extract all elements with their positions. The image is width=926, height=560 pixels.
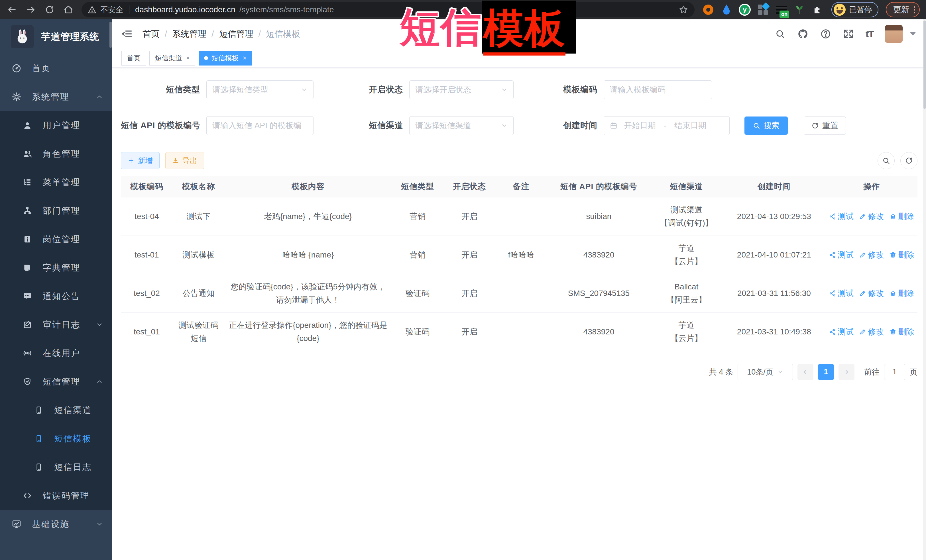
fullscreen-icon[interactable] <box>843 28 854 39</box>
profile-chip[interactable]: 已暂停 <box>831 2 878 17</box>
page-size-select[interactable]: 10条/页 <box>738 364 793 380</box>
dashboard-icon <box>11 63 22 74</box>
search-button[interactable]: 搜索 <box>744 116 788 135</box>
sidebar-item-menus[interactable]: 菜单管理 <box>0 168 112 196</box>
users-icon <box>22 149 32 159</box>
help-icon[interactable] <box>820 28 831 39</box>
tab-home[interactable]: 首页 <box>121 51 146 65</box>
sidebar-item-infrastructure[interactable]: 基础设施 <box>0 510 112 538</box>
sms-type-select[interactable]: 请选择短信类型 <box>206 80 313 99</box>
sidebar-item-home[interactable]: 首页 <box>0 54 112 83</box>
browser-menu-icon[interactable] <box>914 6 915 14</box>
create-time-range-picker[interactable]: 开始日期 - 结束日期 <box>604 116 729 135</box>
sidebar-item-sms-log[interactable]: 短信日志 <box>0 453 112 482</box>
col-template-content: 模板内容 <box>224 176 392 197</box>
page-unit: 页 <box>910 367 917 377</box>
badge-icon <box>22 234 32 245</box>
forward-icon[interactable] <box>25 4 36 15</box>
pagination-total: 共 4 条 <box>709 367 733 377</box>
reset-button[interactable]: 重置 <box>804 116 846 135</box>
table-row: test_01 测试验证码短信 正在进行登录操作{operation}，您的验证… <box>121 312 917 351</box>
status-select[interactable]: 请选择开启状态 <box>409 80 514 99</box>
browser-toolbar: 不安全 dashboard.yudao.iocoder.cn/system/sm… <box>0 0 926 20</box>
sidebar-collapse-icon[interactable] <box>121 28 133 40</box>
goto-page-input[interactable]: 1 <box>884 364 905 380</box>
test-link[interactable]: 测试 <box>829 325 853 338</box>
app-logo[interactable]: 芋道管理系统 <box>0 20 112 54</box>
sidebar-item-sms-channel[interactable]: 短信渠道 <box>0 396 112 424</box>
edit-link[interactable]: 修改 <box>859 287 884 300</box>
add-button[interactable]: 新增 <box>121 152 160 169</box>
channel-select[interactable]: 请选择短信渠道 <box>409 116 514 135</box>
home-icon[interactable] <box>63 4 74 15</box>
tab-sms-template[interactable]: 短信模板 × <box>199 51 252 65</box>
extension-grid-icon[interactable] <box>757 3 769 16</box>
back-icon[interactable] <box>6 4 18 15</box>
update-button[interactable]: 更新 <box>886 2 920 17</box>
extension-y-icon[interactable]: y <box>738 3 751 16</box>
sidebar-item-users[interactable]: 用户管理 <box>0 111 112 140</box>
breadcrumb-sms[interactable]: 短信管理 <box>219 28 253 40</box>
chevron-up-icon <box>96 93 103 101</box>
sidebar-item-system[interactable]: 系统管理 <box>0 83 112 111</box>
page-scrollbar[interactable] <box>923 20 926 560</box>
extension-plant-icon[interactable] <box>793 3 806 16</box>
close-icon[interactable]: × <box>243 54 247 62</box>
next-page-button[interactable] <box>838 364 855 380</box>
test-link[interactable]: 测试 <box>829 287 853 300</box>
current-page[interactable]: 1 <box>818 364 834 380</box>
test-link[interactable]: 测试 <box>829 210 853 223</box>
edit-link[interactable]: 修改 <box>859 210 884 223</box>
test-link[interactable]: 测试 <box>829 248 853 261</box>
extension-puzzle-icon[interactable] <box>811 3 824 16</box>
avatar-caret-icon[interactable] <box>910 32 916 36</box>
bookmark-star-icon[interactable] <box>679 5 688 15</box>
edit-link[interactable]: 修改 <box>859 248 884 261</box>
sidebar-item-posts[interactable]: 岗位管理 <box>0 225 112 254</box>
create-time-label: 创建时间 <box>514 120 604 131</box>
sidebar-item-sms[interactable]: 短信管理 <box>0 367 112 396</box>
breadcrumb-system[interactable]: 系统管理 <box>172 28 206 40</box>
sidebar-scrollbar[interactable] <box>109 22 112 48</box>
template-code-input[interactable]: 请输入模板编码 <box>604 80 712 99</box>
prev-page-button[interactable] <box>797 364 813 380</box>
sms-type-label: 短信类型 <box>121 84 206 95</box>
profile-chip-label: 已暂停 <box>849 5 872 15</box>
header-search-icon[interactable] <box>775 28 786 39</box>
breadcrumb-home[interactable]: 首页 <box>142 28 160 40</box>
extension-donut-icon[interactable] <box>702 3 714 16</box>
delete-link[interactable]: 删除 <box>890 210 914 223</box>
sidebar-item-roles[interactable]: 角色管理 <box>0 140 112 168</box>
edit-link[interactable]: 修改 <box>859 325 884 338</box>
sidebar-item-notice[interactable]: 通知公告 <box>0 282 112 311</box>
api-template-id-input[interactable]: 请输入短信 API 的模板编 <box>206 116 313 135</box>
sidebar-item-sms-template[interactable]: 短信模板 <box>0 424 112 453</box>
book-icon <box>22 263 32 273</box>
user-avatar[interactable] <box>885 25 903 43</box>
sidebar-item-online-users[interactable]: 在线用户 <box>0 339 112 367</box>
github-icon[interactable] <box>797 28 809 39</box>
pagination: 共 4 条 10条/页 1 前往 1 页 <box>121 364 917 380</box>
extension-drop-icon[interactable] <box>720 3 733 16</box>
sidebar-item-dict[interactable]: 字典管理 <box>0 254 112 282</box>
extension-onetab-icon[interactable]: on <box>775 3 787 16</box>
org-icon <box>22 206 32 216</box>
address-bar[interactable]: 不安全 dashboard.yudao.iocoder.cn/system/sm… <box>82 2 694 17</box>
sidebar-item-error-codes[interactable]: 错误码管理 <box>0 482 112 510</box>
refresh-button[interactable] <box>900 152 917 169</box>
delete-link[interactable]: 删除 <box>890 287 914 300</box>
sidebar-item-audit-log[interactable]: 审计日志 <box>0 311 112 339</box>
delete-link[interactable]: 删除 <box>890 325 914 338</box>
col-remark: 备注 <box>495 176 547 197</box>
font-size-icon[interactable]: tT <box>865 29 873 39</box>
show-search-button[interactable] <box>878 152 895 169</box>
sidebar-item-departments[interactable]: 部门管理 <box>0 196 112 225</box>
reload-icon[interactable] <box>44 4 55 15</box>
update-button-label: 更新 <box>893 4 909 15</box>
tab-sms-channel[interactable]: 短信渠道 × <box>149 51 195 65</box>
export-button[interactable]: 导出 <box>165 152 204 169</box>
close-icon[interactable]: × <box>186 54 190 62</box>
start-date-placeholder: 开始日期 <box>622 120 658 131</box>
delete-link[interactable]: 删除 <box>890 248 914 261</box>
status-label: 开启状态 <box>313 84 409 95</box>
